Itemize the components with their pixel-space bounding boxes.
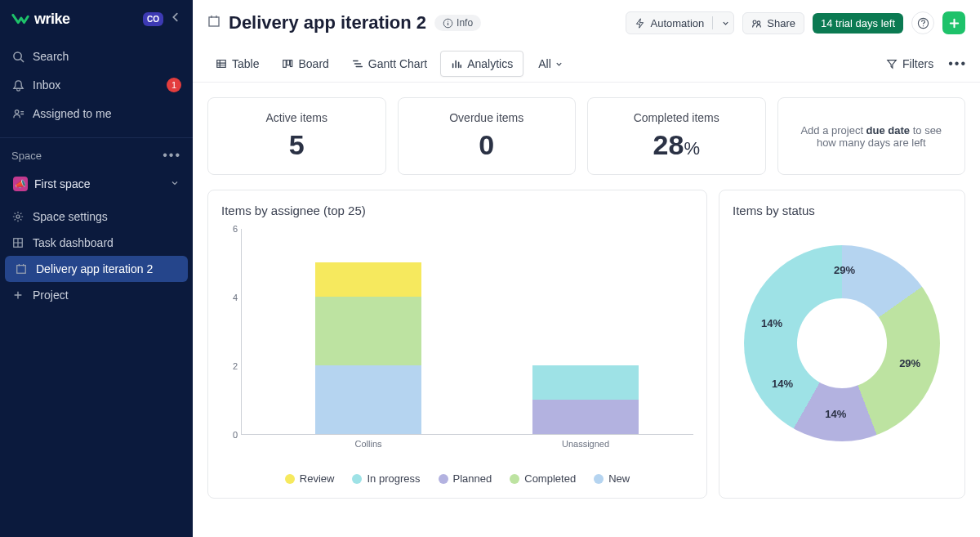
legend-swatch <box>352 474 362 484</box>
help-button[interactable] <box>911 11 934 34</box>
sidebar-item-search[interactable]: Search <box>0 43 193 70</box>
analytics-icon <box>451 58 462 69</box>
page-title: Delivery app iteration 2 <box>229 12 426 34</box>
kpi-label: Completed items <box>596 111 757 124</box>
sidebar-header: wrike CO <box>0 0 193 38</box>
share-icon <box>751 18 762 29</box>
plus-icon <box>11 289 24 302</box>
svg-point-7 <box>753 20 756 23</box>
search-icon <box>11 50 24 63</box>
info-icon <box>443 18 453 29</box>
tree-item-label: Task dashboard <box>33 236 114 249</box>
legend-item: New <box>594 472 630 485</box>
svg-rect-13 <box>291 60 292 67</box>
logo[interactable]: wrike <box>11 10 70 28</box>
info-button[interactable]: Info <box>434 15 481 31</box>
chevron-left-icon <box>170 11 181 23</box>
tab-gantt[interactable]: Gantt Chart <box>342 51 437 77</box>
megaphone-icon: 📣 <box>13 177 28 191</box>
trial-pill[interactable]: 14 trial days left <box>813 13 903 34</box>
add-button[interactable] <box>942 11 965 34</box>
legend-label: New <box>608 472 630 485</box>
legend-swatch <box>594 474 604 484</box>
tree-item-add-project[interactable]: Project <box>0 282 193 308</box>
tree-item-delivery-app[interactable]: Delivery app iteration 2 <box>5 256 188 282</box>
table-icon <box>216 58 227 69</box>
sidebar-item-assigned[interactable]: Assigned to me <box>0 100 193 128</box>
x-axis-label: Unassigned <box>532 434 639 449</box>
sidebar-item-inbox[interactable]: Inbox 1 <box>0 70 193 100</box>
share-button[interactable]: Share <box>742 12 804 34</box>
plus-icon <box>948 17 960 29</box>
svg-point-2 <box>16 215 20 218</box>
kpi-completed-items: Completed items 28% <box>587 97 766 175</box>
tab-analytics[interactable]: Analytics <box>440 51 523 77</box>
help-icon <box>917 17 929 29</box>
content: Active items 5 Overdue items 0 Completed… <box>193 83 980 513</box>
sidebar-item-label: Assigned to me <box>33 107 112 120</box>
legend-label: Completed <box>524 472 576 485</box>
more-icon[interactable]: ••• <box>163 148 181 163</box>
space-selector[interactable]: 📣 First space <box>7 171 186 197</box>
gantt-icon <box>352 58 363 69</box>
chart-row: Items by assignee (top 25) 0246 CollinsU… <box>207 190 965 499</box>
svg-point-1 <box>15 110 18 113</box>
main: Delivery app iteration 2 Info Automation… <box>193 0 980 537</box>
kpi-active-items: Active items 5 <box>207 97 386 175</box>
gear-icon <box>11 210 24 223</box>
tab-table[interactable]: Table <box>206 51 269 77</box>
kpi-overdue-items: Overdue items 0 <box>398 97 577 175</box>
sidebar-item-label: Search <box>33 50 69 63</box>
tree-item-space-settings[interactable]: Space settings <box>0 204 193 230</box>
chevron-down-icon <box>721 19 730 28</box>
view-more-button[interactable]: ••• <box>948 56 967 71</box>
logo-text: wrike <box>34 11 70 28</box>
tab-board[interactable]: Board <box>272 51 338 77</box>
x-axis-label: Collins <box>315 434 421 449</box>
legend-label: Review <box>300 472 335 485</box>
legend-label: In progress <box>367 472 420 485</box>
collapse-sidebar-button[interactable] <box>170 11 181 26</box>
kpi-value: 0 <box>407 129 568 161</box>
bell-icon <box>11 78 24 92</box>
chart-legend: ReviewIn progressPlannedCompletedNew <box>221 472 693 485</box>
donut-label: 14% <box>772 378 793 390</box>
all-views-dropdown[interactable]: All <box>530 51 572 76</box>
tree-item-label: Delivery app iteration 2 <box>36 262 153 275</box>
chart-title: Items by status <box>733 204 951 217</box>
filter-icon <box>886 58 898 69</box>
bar-segment <box>315 365 421 434</box>
kpi-row: Active items 5 Overdue items 0 Completed… <box>207 97 965 175</box>
bar-plot: 0246 CollinsUnassigned <box>221 229 693 450</box>
sidebar-item-label: Inbox <box>33 78 60 92</box>
legend-item: In progress <box>352 472 420 485</box>
donut-wrap: 14%29%29%14%14% <box>733 229 951 441</box>
section-label: Space <box>11 150 42 162</box>
sidebar: wrike CO Search Inbox 1 Assigned to me S… <box>0 0 193 537</box>
svg-rect-10 <box>217 60 226 68</box>
svg-point-0 <box>13 51 20 59</box>
bar-segment <box>315 297 421 365</box>
view-tabs: Table Board Gantt Chart Analytics <box>206 46 523 82</box>
space-name: First space <box>34 177 90 190</box>
svg-point-8 <box>757 20 760 24</box>
donut-chart: 14%29%29%14%14% <box>744 245 940 441</box>
sidebar-nav: Search Inbox 1 Assigned to me <box>0 38 193 132</box>
y-axis: 0246 <box>221 229 241 450</box>
filters-button[interactable]: Filters <box>886 57 933 70</box>
user-avatar-badge[interactable]: CO <box>143 12 163 26</box>
project-icon <box>207 15 220 31</box>
svg-rect-4 <box>17 266 26 274</box>
donut-label: 14% <box>761 317 782 329</box>
logo-icon <box>11 10 29 28</box>
tree-item-task-dashboard[interactable]: Task dashboard <box>0 230 193 256</box>
board-icon <box>282 58 293 69</box>
topbar: Delivery app iteration 2 Info Automation… <box>193 0 980 46</box>
donut-hole <box>797 298 887 388</box>
legend-swatch <box>439 474 448 484</box>
dashboard-icon <box>11 236 24 249</box>
svg-rect-11 <box>283 60 287 68</box>
automation-button[interactable]: Automation <box>626 11 734 34</box>
bar-segment <box>315 262 421 297</box>
person-icon <box>11 107 24 120</box>
